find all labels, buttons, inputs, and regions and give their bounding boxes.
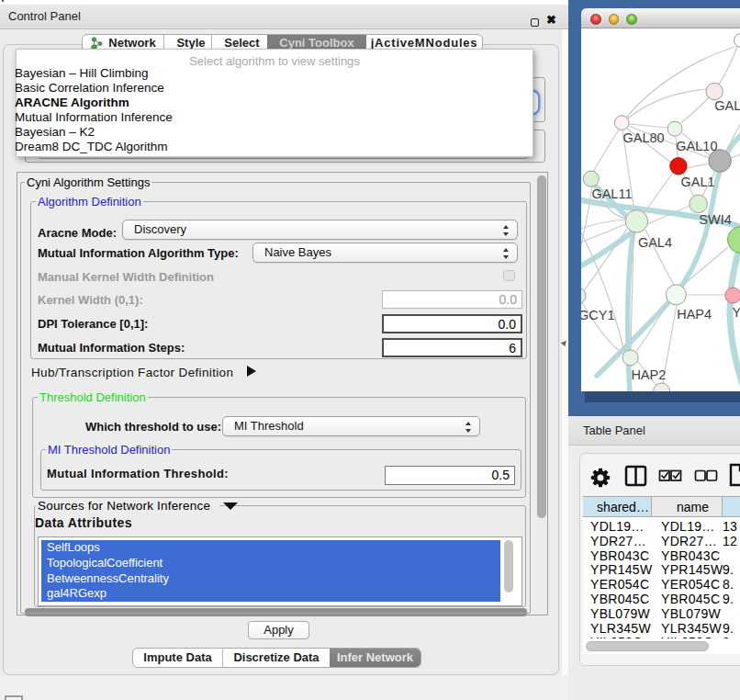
svg-text:HAP4: HAP4	[677, 307, 712, 322]
svg-text:Y: Y	[733, 305, 740, 320]
svg-text:GAL1: GAL1	[681, 175, 715, 189]
svg-text:GAL11: GAL11	[591, 186, 632, 201]
svg-text:HAP2: HAP2	[631, 367, 666, 382]
svg-text:GAL4: GAL4	[638, 235, 672, 250]
svg-text:GAL80: GAL80	[623, 130, 665, 145]
svg-text:SWI4: SWI4	[699, 212, 731, 227]
svg-text:GAL: GAL	[714, 98, 740, 113]
svg-text:GCY1: GCY1	[581, 308, 615, 322]
svg-text:GAL10: GAL10	[676, 139, 717, 153]
